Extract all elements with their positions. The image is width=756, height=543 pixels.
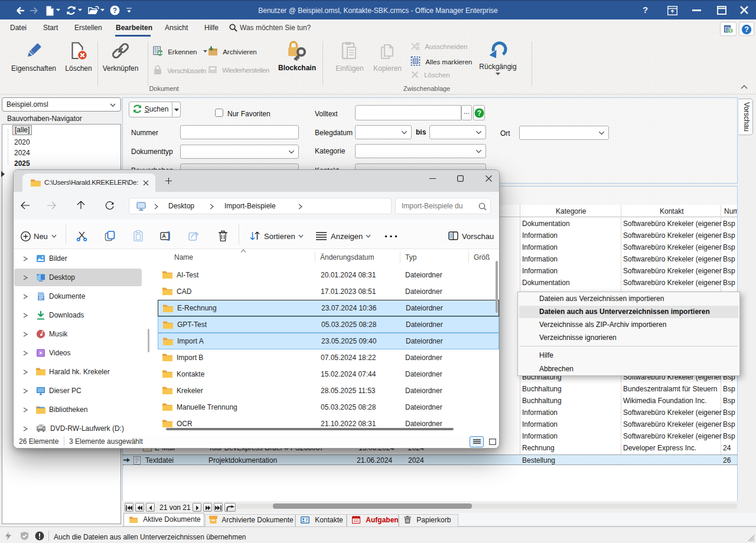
- svg-text:?: ?: [744, 25, 749, 34]
- svg-text:?: ?: [477, 109, 481, 117]
